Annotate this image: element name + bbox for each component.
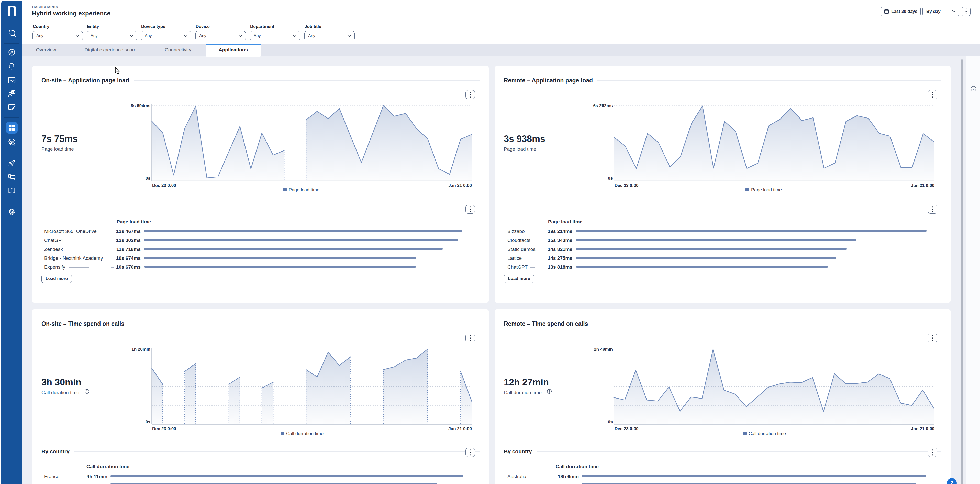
svg-text:?: ? bbox=[973, 87, 975, 91]
